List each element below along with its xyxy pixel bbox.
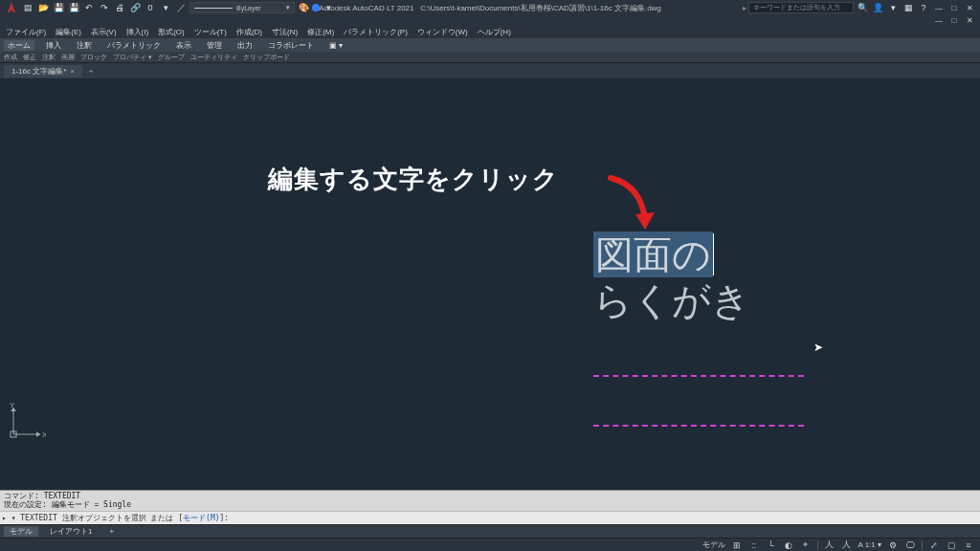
ribbon-tabs: ホーム 挿入 注釈 パラメトリック 表示 管理 出力 コラボレート ▣ ▾ — [0, 38, 980, 52]
annotation-visibility-icon[interactable]: 人 — [824, 540, 835, 551]
new-icon[interactable]: ▤ — [21, 1, 34, 14]
panel-clipboard[interactable]: クリップボード — [243, 53, 290, 62]
ortho-toggle-icon[interactable]: └ — [766, 540, 777, 551]
tab-annotate[interactable]: 注釈 — [73, 40, 96, 51]
panel-annotation[interactable]: 注釈 — [42, 53, 56, 62]
status-model[interactable]: モデル — [702, 540, 725, 550]
panel-layers[interactable]: 画層 — [61, 53, 75, 62]
document-tab-close-icon[interactable]: × — [70, 67, 75, 76]
text-line-1: 図面の — [593, 231, 713, 277]
phantom-line — [593, 375, 804, 377]
save-icon[interactable]: 💾 — [52, 1, 65, 14]
tab-collaborate[interactable]: コラボレート — [264, 40, 318, 51]
command-prompt: ▸ ▾ TEXTEDIT 注釈オブジェクトを選択 または [モード(M)]: — [2, 513, 229, 523]
search-icon[interactable]: 🔍 — [856, 1, 869, 14]
menu-modify[interactable]: 修正(M) — [307, 27, 334, 37]
svg-marker-2 — [36, 431, 40, 437]
layer-dropdown[interactable]: ByLayer ▾ — [189, 2, 295, 13]
polar-toggle-icon[interactable]: ◐ — [783, 540, 794, 551]
status-separator — [817, 540, 818, 550]
close-button[interactable]: ✕ — [963, 2, 976, 13]
svg-text:Y: Y — [10, 402, 15, 409]
status-separator — [922, 540, 923, 550]
open-icon[interactable]: 📂 — [36, 1, 50, 14]
search-input[interactable]: キーワードまたは語句を入力 — [748, 2, 854, 13]
menu-parametric[interactable]: パラメトリック(P) — [344, 27, 408, 37]
tab-output[interactable]: 出力 — [234, 40, 256, 51]
text-line-2: らくがき — [593, 279, 750, 321]
command-history: コマンド: TEXTEDIT 現在の設定: 編集モード = Single — [0, 491, 980, 511]
menu-file[interactable]: ファイル(F) — [6, 27, 46, 37]
tab-manage[interactable]: 管理 — [203, 40, 226, 51]
command-history-line: コマンド: TEXTEDIT — [4, 492, 976, 501]
document-tab[interactable]: 1-16c 文字編集* × — [4, 65, 82, 77]
title-bar: ▤ 📂 💾 💾 ↶ ↷ 🖨 🔗 0 ▾ ／ ByLayer ▾ 🎨 ▾ Auto… — [0, 0, 980, 15]
command-line[interactable]: ▸ ▾ TEXTEDIT 注釈オブジェクトを選択 または [モード(M)]: — [0, 511, 980, 524]
panel-properties[interactable]: プロパティ ▾ — [113, 53, 152, 62]
layout-add-button[interactable]: + — [103, 527, 120, 536]
panel-draw[interactable]: 作成 — [4, 53, 17, 62]
text-object[interactable]: 図面の らくがき — [593, 231, 750, 323]
window-title: Autodesk AutoCAD LT 2021 C:\Users\t-kame… — [319, 3, 661, 13]
app-root: ▤ 📂 💾 💾 ↶ ↷ 🖨 🔗 0 ▾ ／ ByLayer ▾ 🎨 ▾ Auto… — [0, 0, 980, 551]
customize-icon[interactable]: ≡ — [963, 540, 974, 551]
redo-icon[interactable]: ↷ — [98, 1, 111, 14]
share-icon[interactable]: 🔗 — [128, 1, 142, 14]
menu-window[interactable]: ウィンドウ(W) — [417, 27, 468, 37]
annotation-auto-icon[interactable]: 人 — [841, 540, 853, 551]
doc-window-controls: — □ ✕ — [0, 15, 980, 25]
undo-icon[interactable]: ↶ — [82, 1, 96, 14]
tab-insert[interactable]: 挿入 — [42, 40, 65, 51]
print-icon[interactable]: 🖨 — [113, 1, 126, 14]
menu-format[interactable]: 形式(O) — [158, 27, 185, 37]
monitor-icon[interactable]: 🖵 — [904, 540, 916, 551]
document-tab-add-button[interactable]: + — [84, 67, 98, 76]
snap-toggle-icon[interactable]: :: — [748, 540, 760, 551]
ucs-icon: X Y — [8, 402, 46, 440]
tab-layout1[interactable]: レイアウト1 — [44, 526, 98, 537]
menu-insert[interactable]: 挿入(I) — [126, 27, 149, 37]
cloud-icon[interactable]: 0 — [144, 1, 157, 14]
menu-help[interactable]: ヘルプ(H) — [478, 27, 511, 37]
qat-dropdown-icon[interactable]: ▾ — [159, 1, 172, 14]
panel-utilities[interactable]: ユーティリティ — [190, 53, 237, 62]
menu-draw[interactable]: 作成(D) — [236, 27, 262, 37]
tab-model[interactable]: モデル — [4, 526, 38, 537]
zoom-extents-icon[interactable]: ⤢ — [928, 540, 940, 551]
panel-groups[interactable]: グループ — [158, 53, 185, 62]
clean-screen-icon[interactable]: ▢ — [946, 540, 957, 551]
layout-tabs: モデル レイアウト1 + — [0, 524, 980, 538]
signin-icon[interactable]: 👤 — [871, 1, 884, 14]
help-icon[interactable]: ? — [917, 1, 930, 14]
workspace-gear-icon[interactable]: ⚙ — [887, 540, 899, 551]
tab-home[interactable]: ホーム — [4, 40, 34, 51]
mouse-cursor-icon: ➤ — [813, 341, 823, 354]
minimize-button[interactable]: — — [932, 2, 946, 13]
tab-parametric[interactable]: パラメトリック — [103, 40, 165, 51]
phantom-line — [593, 425, 804, 427]
tab-view[interactable]: 表示 — [172, 40, 195, 51]
menu-tools[interactable]: ツール(T) — [194, 27, 227, 37]
panel-modify[interactable]: 修正 — [23, 53, 36, 62]
app-frame-icon[interactable]: ▦ — [902, 1, 915, 14]
ribbon-expand-icon[interactable]: ▣ ▾ — [329, 41, 343, 50]
autocad-logo[interactable] — [4, 0, 19, 15]
svg-text:X: X — [42, 430, 46, 439]
paint-icon[interactable]: 🎨 — [297, 1, 310, 14]
menu-edit[interactable]: 編集(E) — [56, 27, 81, 37]
document-tabs: 1-16c 文字編集* × + — [0, 63, 980, 78]
line-icon[interactable]: ／ — [174, 1, 188, 14]
signin-dropdown-icon[interactable]: ▾ — [886, 1, 900, 14]
document-tab-label: 1-16c 文字編集* — [11, 66, 66, 77]
drawing-canvas[interactable]: 編集する文字をクリック 図面の らくがき ➤ X Y — [0, 78, 980, 490]
maximize-button[interactable]: □ — [947, 2, 961, 13]
saveas-icon[interactable]: 💾 — [67, 1, 80, 14]
grid-toggle-icon[interactable]: ⊞ — [731, 540, 743, 551]
ribbon-panels: 作成 修正 注釈 画層 ブロック プロパティ ▾ グループ ユーティリティ クリ… — [0, 52, 980, 63]
osnap-toggle-icon[interactable]: ⌖ — [800, 540, 812, 551]
menu-bar: ファイル(F) 編集(E) 表示(V) 挿入(I) 形式(O) ツール(T) 作… — [0, 25, 980, 38]
panel-block[interactable]: ブロック — [80, 53, 107, 62]
annotation-scale[interactable]: A 1:1 ▾ — [858, 540, 881, 549]
menu-dimension[interactable]: 寸法(N) — [272, 27, 298, 37]
menu-view[interactable]: 表示(V) — [91, 27, 117, 37]
